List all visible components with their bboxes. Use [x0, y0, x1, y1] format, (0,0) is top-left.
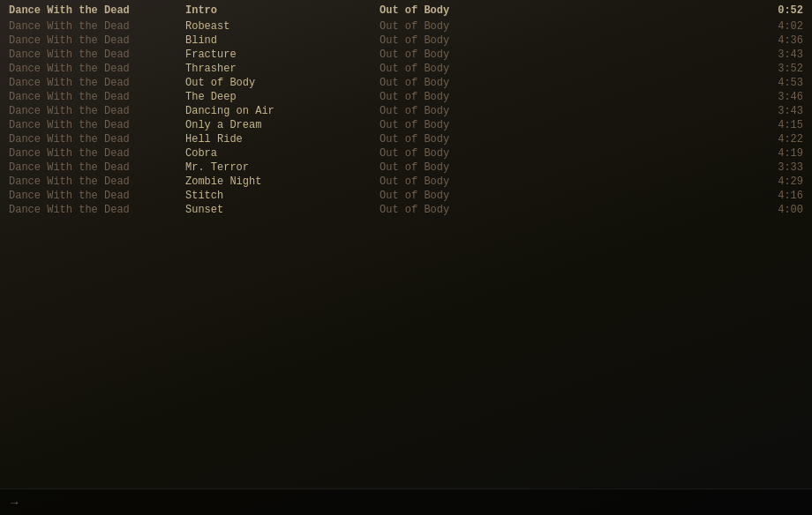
- track-album: Out of Body: [380, 133, 750, 146]
- table-row[interactable]: Dance With the DeadDancing on AirOut of …: [0, 104, 812, 118]
- table-row[interactable]: Dance With the DeadMr. TerrorOut of Body…: [0, 160, 812, 175]
- track-duration: 3:52: [750, 63, 803, 75]
- track-title: Only a Dream: [185, 119, 380, 131]
- header-duration: 0:52: [750, 4, 803, 17]
- track-title: Robeast: [185, 20, 380, 33]
- table-row[interactable]: Dance With the DeadThrasherOut of Body3:…: [0, 62, 812, 76]
- track-album: Out of Body: [380, 204, 750, 216]
- track-artist: Dance With the Dead: [9, 77, 185, 89]
- track-album: Out of Body: [380, 77, 750, 89]
- table-row[interactable]: Dance With the DeadOut of BodyOut of Bod…: [0, 76, 812, 90]
- track-duration: 3:46: [750, 91, 803, 103]
- track-album: Out of Body: [380, 91, 750, 103]
- track-artist: Dance With the Dead: [9, 63, 185, 75]
- track-album: Out of Body: [380, 20, 750, 33]
- header-title: Intro: [185, 4, 380, 17]
- track-album: Out of Body: [380, 147, 750, 160]
- track-list: Dance With the Dead Intro Out of Body 0:…: [0, 0, 812, 220]
- track-title: Dancing on Air: [185, 105, 380, 117]
- table-row[interactable]: Dance With the DeadOnly a DreamOut of Bo…: [0, 118, 812, 132]
- track-album: Out of Body: [380, 190, 750, 202]
- track-duration: 3:43: [750, 49, 803, 61]
- track-album: Out of Body: [380, 105, 750, 117]
- track-title: Fracture: [185, 49, 380, 61]
- track-album: Out of Body: [380, 34, 750, 47]
- track-artist: Dance With the Dead: [9, 20, 185, 33]
- track-album: Out of Body: [380, 119, 750, 131]
- track-duration: 4:02: [750, 20, 803, 33]
- table-row[interactable]: Dance With the DeadFractureOut of Body3:…: [0, 48, 812, 62]
- track-duration: 4:29: [750, 175, 803, 188]
- track-artist: Dance With the Dead: [9, 133, 185, 146]
- track-artist: Dance With the Dead: [9, 91, 185, 103]
- header-album: Out of Body: [380, 4, 750, 17]
- table-row[interactable]: Dance With the DeadSunsetOut of Body4:00: [0, 203, 812, 217]
- track-artist: Dance With the Dead: [9, 161, 185, 174]
- table-row[interactable]: Dance With the DeadThe DeepOut of Body3:…: [0, 90, 812, 104]
- track-duration: 4:15: [750, 119, 803, 131]
- track-title: Out of Body: [185, 77, 380, 89]
- track-album: Out of Body: [380, 49, 750, 61]
- track-title: The Deep: [185, 91, 380, 103]
- table-row[interactable]: Dance With the DeadRobeastOut of Body4:0…: [0, 19, 812, 34]
- track-artist: Dance With the Dead: [9, 119, 185, 131]
- bottom-bar: →: [0, 489, 812, 515]
- track-title: Zombie Night: [185, 175, 380, 188]
- track-artist: Dance With the Dead: [9, 190, 185, 202]
- track-artist: Dance With the Dead: [9, 105, 185, 117]
- track-duration: 4:00: [750, 204, 803, 216]
- track-duration: 4:53: [750, 77, 803, 89]
- header-artist: Dance With the Dead: [9, 4, 185, 17]
- table-row[interactable]: Dance With the DeadStitchOut of Body4:16: [0, 189, 812, 203]
- track-title: Thrasher: [185, 63, 380, 75]
- track-duration: 4:16: [750, 190, 803, 202]
- track-artist: Dance With the Dead: [9, 175, 185, 188]
- track-title: Cobra: [185, 147, 380, 160]
- track-album: Out of Body: [380, 161, 750, 174]
- table-header: Dance With the Dead Intro Out of Body 0:…: [0, 4, 812, 18]
- track-artist: Dance With the Dead: [9, 34, 185, 47]
- track-duration: 4:19: [750, 147, 803, 160]
- table-row[interactable]: Dance With the DeadCobraOut of Body4:19: [0, 146, 812, 160]
- track-title: Mr. Terror: [185, 161, 380, 174]
- track-duration: 4:36: [750, 34, 803, 47]
- track-title: Hell Ride: [185, 133, 380, 146]
- track-duration: 3:43: [750, 105, 803, 117]
- track-album: Out of Body: [380, 63, 750, 75]
- table-row[interactable]: Dance With the DeadBlindOut of Body4:36: [0, 34, 812, 48]
- track-title: Blind: [185, 34, 380, 47]
- arrow-icon: →: [11, 496, 18, 510]
- track-album: Out of Body: [380, 175, 750, 188]
- track-duration: 3:33: [750, 161, 803, 174]
- table-row[interactable]: Dance With the DeadHell RideOut of Body4…: [0, 132, 812, 146]
- track-artist: Dance With the Dead: [9, 204, 185, 216]
- table-row[interactable]: Dance With the DeadZombie NightOut of Bo…: [0, 175, 812, 189]
- track-title: Sunset: [185, 204, 380, 216]
- track-duration: 4:22: [750, 133, 803, 146]
- track-artist: Dance With the Dead: [9, 147, 185, 160]
- track-artist: Dance With the Dead: [9, 49, 185, 61]
- track-title: Stitch: [185, 190, 380, 202]
